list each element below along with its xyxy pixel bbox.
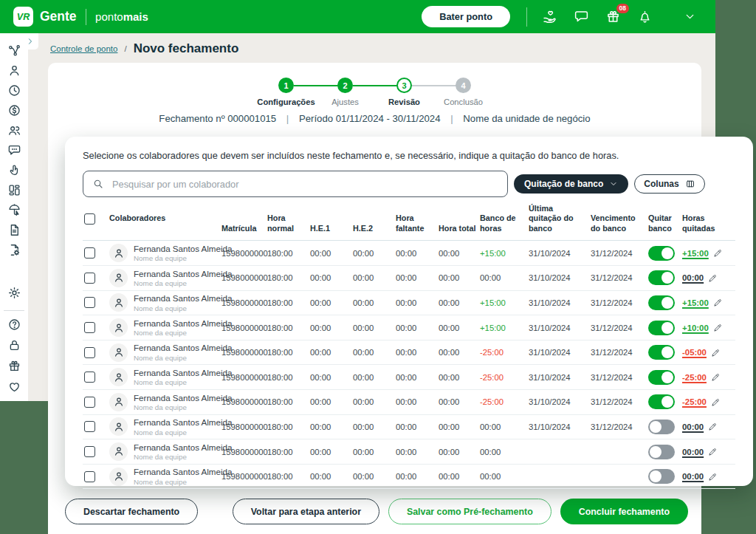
row-checkbox[interactable]	[84, 446, 95, 457]
gift-icon[interactable]	[7, 359, 21, 373]
hora-normal-cell: 180:00	[267, 266, 310, 291]
pencil-icon[interactable]	[708, 472, 718, 482]
pencil-icon[interactable]	[711, 348, 721, 357]
people-icon[interactable]	[7, 123, 21, 137]
hand-tap-icon[interactable]	[7, 163, 21, 177]
money-icon[interactable]	[7, 103, 21, 117]
pencil-icon[interactable]	[711, 372, 721, 382]
gift-icon[interactable]: 08	[605, 9, 621, 24]
sidebar	[0, 33, 28, 401]
breadcrumb: Controle de ponto / Novo fechamento	[50, 41, 238, 56]
pencil-icon[interactable]	[713, 323, 723, 332]
row-checkbox[interactable]	[84, 372, 95, 383]
breadcrumb-link[interactable]: Controle de ponto	[50, 44, 117, 53]
quitar-banco-toggle[interactable]	[648, 270, 675, 285]
back-button[interactable]: Voltar para etapa anterior	[233, 499, 379, 524]
step-number: 1	[278, 78, 294, 93]
hand-heart-icon[interactable]	[542, 9, 557, 24]
banco-horas-cell: +15:00	[480, 315, 529, 340]
collaborator-cell: Fernanda Santos AlmeidaNome da equipe	[109, 266, 221, 291]
column-header: Quitar banco	[648, 204, 682, 241]
horas-quitadas-value[interactable]: +10:00	[682, 324, 709, 332]
quitar-banco-toggle[interactable]	[648, 246, 675, 261]
chevron-down-icon[interactable]	[684, 10, 696, 23]
horas-quitadas-value[interactable]: +15:00	[682, 249, 709, 258]
topbar-icons: 08	[542, 9, 653, 24]
heart-icon[interactable]	[7, 380, 21, 394]
row-checkbox[interactable]	[84, 347, 95, 358]
chevron-down-icon	[609, 179, 618, 188]
sidebar-bottom-icons	[7, 318, 21, 401]
collaborator-cell: Fernanda Santos AlmeidaNome da equipe	[109, 290, 221, 315]
quitar-banco-toggle[interactable]	[648, 370, 675, 385]
sidebar-expand-button[interactable]	[22, 33, 38, 49]
chat-icon[interactable]	[574, 9, 589, 24]
collaborator-name: Fernanda Santos Almeida	[134, 343, 232, 352]
gear-icon[interactable]	[7, 286, 21, 300]
pencil-icon[interactable]	[713, 248, 723, 258]
row-checkbox[interactable]	[84, 273, 95, 284]
he2-cell: 00:00	[353, 290, 396, 315]
bater-ponto-button[interactable]: Bater ponto	[422, 6, 510, 27]
hora-faltante-cell: 00:00	[396, 390, 439, 415]
quitar-banco-toggle[interactable]	[648, 469, 675, 484]
search-input[interactable]	[111, 178, 498, 191]
step-number: 4	[456, 78, 471, 93]
table-row: Fernanda Santos AlmeidaNome da equipe159…	[83, 290, 735, 315]
banco-horas-value: +15:00	[480, 298, 506, 307]
collaborator-name: Fernanda Santos Almeida	[134, 269, 232, 278]
umbrella-icon[interactable]	[7, 203, 21, 217]
hora-normal-cell: 180:00	[267, 315, 310, 340]
collaborator-cell: Fernanda Santos AlmeidaNome da equipe	[109, 439, 221, 465]
horas-quitadas-value[interactable]: 00:00	[682, 472, 704, 481]
quitar-banco-toggle[interactable]	[648, 420, 675, 434]
horas-quitadas-value[interactable]: 00:00	[682, 422, 704, 431]
columns-button[interactable]: Colunas	[634, 174, 704, 194]
horas-quitadas-value[interactable]: +15:00	[682, 298, 709, 307]
quitar-banco-toggle[interactable]	[648, 295, 675, 310]
document-icon[interactable]	[7, 223, 21, 237]
hora-faltante-cell: 00:00	[396, 241, 439, 266]
horas-quitadas-value[interactable]: -05:00	[682, 348, 707, 357]
horas-quitadas-value[interactable]: 00:00	[682, 448, 704, 456]
lock-icon[interactable]	[7, 338, 21, 352]
step-label: Conclusão	[444, 97, 483, 106]
help-icon[interactable]	[7, 318, 21, 332]
row-checkbox[interactable]	[84, 397, 95, 408]
collaborator-team: Nome da equipe	[134, 478, 232, 486]
pencil-icon[interactable]	[708, 422, 718, 431]
horas-quitadas-value[interactable]: -25:00	[682, 397, 707, 406]
row-checkbox[interactable]	[84, 297, 95, 308]
row-checkbox[interactable]	[84, 471, 95, 482]
he2-cell: 00:00	[353, 266, 396, 291]
quitar-banco-toggle[interactable]	[648, 394, 675, 409]
row-checkbox[interactable]	[84, 247, 95, 259]
select-all-checkbox[interactable]	[84, 213, 95, 225]
avatar-icon	[109, 244, 128, 262]
pencil-icon[interactable]	[711, 397, 721, 407]
finish-closing-button[interactable]: Concluir fechamento	[560, 499, 688, 524]
discard-button[interactable]: Descartar fechamento	[65, 499, 198, 524]
pencil-icon[interactable]	[708, 273, 718, 283]
bank-settlement-button[interactable]: Quitação de banco	[514, 174, 628, 194]
user-icon[interactable]	[7, 64, 21, 78]
chat-dots-icon[interactable]	[7, 143, 21, 157]
clock-icon[interactable]	[7, 83, 21, 97]
save-pre-closing-button[interactable]: Salvar como Pré-fechamento	[388, 499, 551, 524]
quitar-banco-toggle[interactable]	[648, 321, 675, 335]
closing-period: Período 01/11/2024 - 30/11/2024	[299, 113, 441, 124]
quitar-banco-toggle[interactable]	[648, 345, 675, 360]
table-row: Fernanda Santos AlmeidaNome da equipe159…	[83, 241, 735, 266]
pencil-icon[interactable]	[713, 298, 723, 307]
row-checkbox[interactable]	[84, 421, 95, 432]
org-chart-icon[interactable]	[7, 44, 21, 58]
top-bar: VR Gente pontomais Bater ponto 08	[0, 0, 715, 33]
horas-quitadas-value[interactable]: 00:00	[682, 273, 704, 282]
pencil-icon[interactable]	[708, 447, 718, 456]
kanban-icon[interactable]	[7, 183, 21, 197]
document-gear-icon[interactable]	[7, 243, 21, 257]
quitar-banco-toggle[interactable]	[648, 445, 675, 459]
bell-icon[interactable]	[637, 9, 653, 24]
horas-quitadas-value[interactable]: -25:00	[682, 373, 707, 382]
row-checkbox[interactable]	[84, 322, 95, 333]
